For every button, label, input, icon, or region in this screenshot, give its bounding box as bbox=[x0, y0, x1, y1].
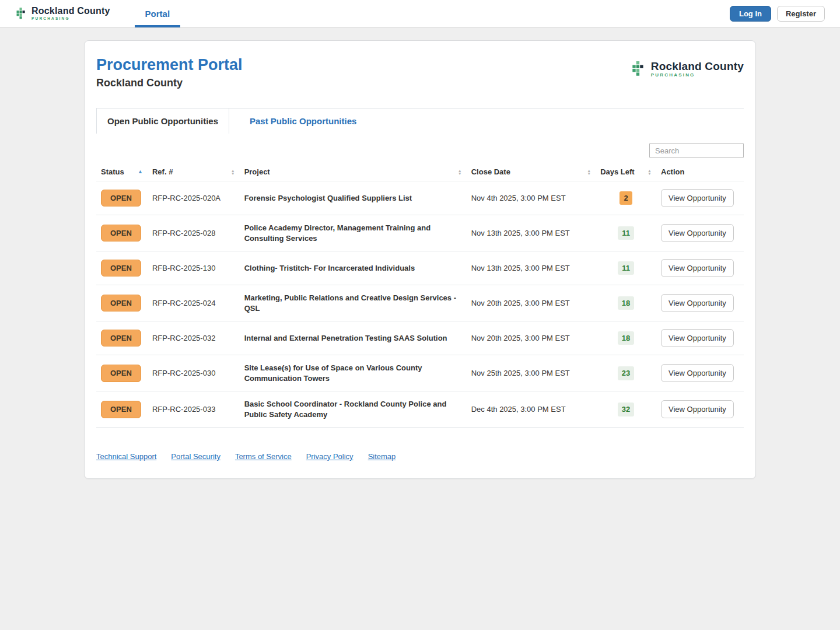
column-header-ref[interactable]: Ref. # ▲▼ bbox=[148, 163, 240, 181]
table-header-row: Status ▲ Ref. # ▲▼ Project ▲▼ Close Date… bbox=[96, 163, 744, 181]
tab-open-public-opportunities[interactable]: Open Public Opportunities bbox=[96, 108, 229, 134]
county-logo-tagline: PURCHASING bbox=[651, 73, 744, 78]
brand-tagline: PURCHASING bbox=[32, 17, 110, 21]
table-row: OPENRFP-RC-2025-020AForensic Psychologis… bbox=[96, 181, 744, 215]
brand-name: Rockland County bbox=[32, 6, 110, 16]
link-privacy-policy[interactable]: Privacy Policy bbox=[306, 452, 354, 461]
cell-status: OPEN bbox=[96, 251, 148, 285]
sort-icon[interactable]: ▲▼ bbox=[587, 169, 591, 175]
county-logo: Rockland County PURCHASING bbox=[631, 61, 744, 78]
cell-close-date: Dec 4th 2025, 3:00 PM EST bbox=[467, 391, 596, 428]
view-opportunity-button[interactable]: View Opportunity bbox=[661, 329, 734, 347]
view-opportunity-button[interactable]: View Opportunity bbox=[661, 294, 734, 312]
cell-days-left: 18 bbox=[596, 285, 656, 321]
cell-action: View Opportunity bbox=[656, 391, 744, 428]
cell-project: Marketing, Public Relations and Creative… bbox=[240, 285, 467, 321]
days-left-badge: 18 bbox=[618, 296, 634, 310]
days-left-badge: 18 bbox=[618, 331, 634, 345]
view-opportunity-button[interactable]: View Opportunity bbox=[661, 364, 734, 382]
page-subtitle: Rockland County bbox=[96, 77, 243, 89]
cell-action: View Opportunity bbox=[656, 321, 744, 355]
view-opportunity-button[interactable]: View Opportunity bbox=[661, 224, 734, 242]
tab-past-public-opportunities[interactable]: Past Public Opportunities bbox=[239, 108, 367, 134]
cell-project: Internal and External Penetration Testin… bbox=[240, 321, 467, 355]
sort-ascending-icon[interactable]: ▲ bbox=[138, 169, 143, 174]
column-header-action: Action bbox=[656, 163, 744, 181]
days-left-badge: 2 bbox=[620, 191, 632, 205]
table-row: OPENRFP-RC-2025-032Internal and External… bbox=[96, 321, 744, 355]
view-opportunity-button[interactable]: View Opportunity bbox=[661, 189, 734, 207]
cell-days-left: 32 bbox=[596, 391, 656, 428]
cell-days-left: 11 bbox=[596, 215, 656, 251]
footer-links: Technical Support Portal Security Terms … bbox=[96, 452, 744, 461]
status-badge: OPEN bbox=[101, 401, 141, 418]
opportunities-table-body: OPENRFP-RC-2025-020AForensic Psychologis… bbox=[96, 181, 744, 428]
cell-close-date: Nov 25th 2025, 3:00 PM EST bbox=[467, 355, 596, 391]
nav-actions: Log In Register bbox=[730, 0, 825, 27]
link-technical-support[interactable]: Technical Support bbox=[96, 452, 156, 461]
cell-status: OPEN bbox=[96, 391, 148, 428]
status-badge: OPEN bbox=[101, 295, 141, 312]
cell-action: View Opportunity bbox=[656, 285, 744, 321]
cell-project: Police Academy Director, Management Trai… bbox=[240, 215, 467, 251]
cell-project: Basic School Coordinator - Rockland Coun… bbox=[240, 391, 467, 428]
sort-icon[interactable]: ▲▼ bbox=[648, 169, 652, 175]
column-header-days-left[interactable]: Days Left ▲▼ bbox=[596, 163, 656, 181]
table-row: OPENRFP-RC-2025-024Marketing, Public Rel… bbox=[96, 285, 744, 321]
cell-ref: RFP-RC-2025-028 bbox=[148, 215, 240, 251]
cell-days-left: 23 bbox=[596, 355, 656, 391]
procurement-portal-card: Procurement Portal Rockland County Rockl… bbox=[84, 40, 756, 479]
column-label: Project bbox=[244, 167, 270, 176]
search-input[interactable] bbox=[649, 143, 744, 158]
days-left-badge: 11 bbox=[618, 261, 634, 275]
cell-close-date: Nov 20th 2025, 3:00 PM EST bbox=[467, 285, 596, 321]
column-header-status[interactable]: Status ▲ bbox=[96, 163, 148, 181]
cell-action: View Opportunity bbox=[656, 251, 744, 285]
column-header-close-date[interactable]: Close Date ▲▼ bbox=[467, 163, 596, 181]
link-terms-of-service[interactable]: Terms of Service bbox=[235, 452, 292, 461]
cell-action: View Opportunity bbox=[656, 181, 744, 215]
column-label: Status bbox=[101, 167, 124, 176]
days-left-badge: 32 bbox=[618, 402, 634, 416]
view-opportunity-button[interactable]: View Opportunity bbox=[661, 400, 734, 418]
column-label: Ref. # bbox=[152, 167, 173, 176]
county-logo-name: Rockland County bbox=[651, 61, 744, 72]
column-label: Action bbox=[661, 167, 684, 176]
cell-ref: RFP-RC-2025-024 bbox=[148, 285, 240, 321]
cell-ref: RFP-RC-2025-033 bbox=[148, 391, 240, 428]
sort-icon[interactable]: ▲▼ bbox=[458, 169, 462, 175]
cell-close-date: Nov 20th 2025, 3:00 PM EST bbox=[467, 321, 596, 355]
table-row: OPENRFP-RC-2025-033Basic School Coordina… bbox=[96, 391, 744, 428]
cell-project: Clothing- Tristitch- For Incarcerated In… bbox=[240, 251, 467, 285]
status-badge: OPEN bbox=[101, 260, 141, 277]
cell-project: Forensic Psychologist Qualified Supplier… bbox=[240, 181, 467, 215]
sort-icon[interactable]: ▲▼ bbox=[231, 169, 235, 175]
cell-ref: RFP-RC-2025-020A bbox=[148, 181, 240, 215]
days-left-badge: 11 bbox=[618, 226, 634, 240]
status-badge: OPEN bbox=[101, 365, 141, 382]
view-opportunity-button[interactable]: View Opportunity bbox=[661, 259, 734, 277]
register-button[interactable]: Register bbox=[777, 6, 825, 22]
cell-ref: RFP-RC-2025-032 bbox=[148, 321, 240, 355]
cell-status: OPEN bbox=[96, 355, 148, 391]
search-row bbox=[96, 143, 744, 158]
link-sitemap[interactable]: Sitemap bbox=[368, 452, 396, 461]
page-title: Procurement Portal bbox=[96, 56, 243, 74]
nav-portal-tab[interactable]: Portal bbox=[135, 0, 181, 27]
cell-status: OPEN bbox=[96, 215, 148, 251]
cell-days-left: 11 bbox=[596, 251, 656, 285]
cell-action: View Opportunity bbox=[656, 355, 744, 391]
opportunity-tabs: Open Public Opportunities Past Public Op… bbox=[96, 108, 744, 134]
cell-ref: RFP-RC-2025-030 bbox=[148, 355, 240, 391]
table-row: OPENRFB-RC-2025-130Clothing- Tristitch- … bbox=[96, 251, 744, 285]
column-header-project[interactable]: Project ▲▼ bbox=[240, 163, 467, 181]
cell-close-date: Nov 13th 2025, 3:00 PM EST bbox=[467, 251, 596, 285]
card-header: Procurement Portal Rockland County Rockl… bbox=[96, 56, 744, 89]
link-portal-security[interactable]: Portal Security bbox=[171, 452, 220, 461]
opportunities-table: Status ▲ Ref. # ▲▼ Project ▲▼ Close Date… bbox=[96, 163, 744, 428]
title-block: Procurement Portal Rockland County bbox=[96, 56, 243, 89]
login-button[interactable]: Log In bbox=[730, 6, 771, 22]
county-diamond-icon bbox=[631, 61, 646, 78]
table-row: OPENRFP-RC-2025-028Police Academy Direct… bbox=[96, 215, 744, 251]
status-badge: OPEN bbox=[101, 330, 141, 347]
